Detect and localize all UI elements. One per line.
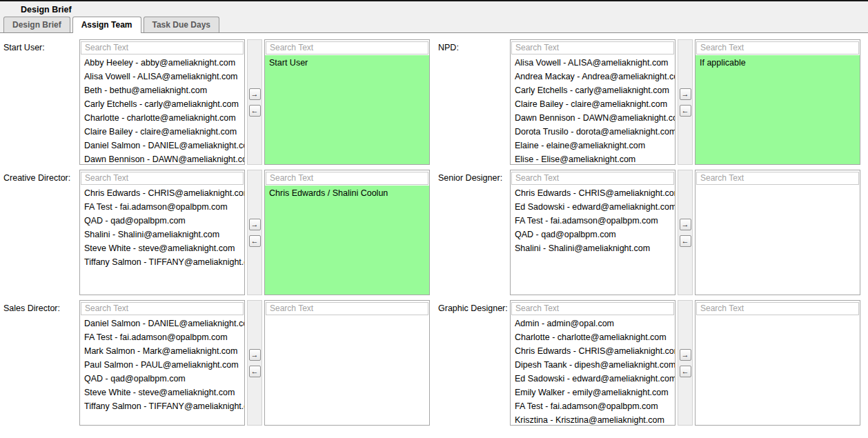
list-item[interactable]: Dipesh Taank - dipesh@ameliaknight.com (511, 358, 675, 372)
move-left-button[interactable]: ← (249, 366, 261, 377)
search-wrap (696, 170, 860, 186)
list-item[interactable]: Emily Walker - emily@ameliaknight.com (511, 386, 675, 399)
tab-design-brief[interactable]: Design Brief (3, 17, 70, 32)
search-wrap (265, 301, 429, 316)
move-right-button[interactable]: → (680, 349, 691, 361)
list-item[interactable]: Alisa Vowell - ALISA@ameliaknight.com (80, 70, 244, 83)
search-input[interactable] (696, 41, 859, 54)
search-input[interactable] (81, 172, 244, 185)
available-items: Abby Heeley - abby@ameliaknight.comAlisa… (80, 55, 244, 165)
list-item[interactable]: Shalini - Shalini@ameliaknight.com (80, 228, 244, 241)
page-header: Design Brief (0, 0, 868, 17)
section-senior-designer: Senior Designer:Chris Edwards - CHRIS@am… (438, 170, 860, 295)
list-item[interactable]: QAD - qad@opalbpm.com (80, 214, 244, 228)
move-left-button[interactable]: ← (680, 105, 691, 117)
selected-item[interactable]: Start User (265, 56, 429, 70)
list-item[interactable]: Ed Sadowski - edward@ameliaknight.com (511, 200, 675, 214)
search-wrap (511, 301, 675, 316)
list-item[interactable]: Andrea Mackay - Andrea@ameliaknight.com (511, 70, 675, 83)
search-input[interactable] (511, 172, 674, 185)
list-item[interactable]: Steve White - steve@ameliaknight.com (80, 241, 244, 255)
list-item[interactable]: Carly Etchells - carly@ameliaknight.com (511, 83, 675, 97)
list-item[interactable]: Shalini - Shalini@ameliaknight.com (511, 241, 675, 255)
list-item[interactable]: Dorota Trusilo - dorota@ameliaknight.com (511, 125, 675, 139)
list-item[interactable]: Daniel Salmon - DANIEL@ameliaknight.com (80, 317, 244, 330)
available-items: Admin - admin@opal.comCharlotte - charlo… (511, 316, 675, 426)
list-item[interactable]: FA Test - fai.adamson@opalbpm.com (511, 214, 675, 228)
list-item[interactable]: Daniel Salmon - DANIEL@ameliaknight.com (80, 139, 244, 152)
move-left-button[interactable]: ← (680, 235, 691, 247)
section-label: Creative Director: (3, 170, 79, 295)
search-wrap (696, 301, 860, 316)
search-input[interactable] (81, 41, 244, 54)
list-item[interactable]: Claire Bailey - claire@ameliaknight.com (511, 97, 675, 111)
list-item[interactable]: Beth - bethu@ameliaknight.com (80, 83, 244, 97)
search-input[interactable] (511, 302, 674, 315)
list-item[interactable]: Tiffany Salmon - TIFFANY@ameliaknight.co… (80, 255, 244, 269)
list-item[interactable]: Abby Heeley - abby@ameliaknight.com (80, 56, 244, 70)
selected-item[interactable]: Chris Edwards / Shalini Coolun (265, 186, 429, 201)
list-item[interactable]: FA Test - fai.adamson@opalbpm.com (511, 399, 675, 413)
list-item[interactable]: QAD - qad@opalbpm.com (511, 228, 675, 241)
column-spacer (430, 170, 438, 295)
list-item[interactable]: Krisztina - Krisztina@ameliaknight.com (511, 413, 675, 426)
list-item[interactable]: FA Test - fai.adamson@opalbpm.com (80, 200, 244, 214)
search-input[interactable] (81, 302, 244, 315)
list-item[interactable]: Mark Salmon - Mark@ameliaknight.com (80, 344, 244, 358)
list-item[interactable]: Alisa Vowell - ALISA@ameliaknight.com (511, 56, 675, 70)
move-left-button[interactable]: ← (249, 235, 261, 247)
section-row: Sales Director:Daniel Salmon - DANIEL@am… (3, 300, 868, 426)
section-row: Start User:Abby Heeley - abby@ameliaknig… (3, 39, 868, 165)
available-items: Chris Edwards - CHRIS@ameliaknight.comEd… (511, 186, 675, 295)
list-item[interactable]: Dawn Bennison - DAWN@ameliaknight.com (511, 111, 675, 125)
list-item[interactable]: FA Test - fai.adamson@opalbpm.com (80, 330, 244, 344)
list-item[interactable]: Claire Bailey - claire@ameliaknight.com (80, 125, 244, 139)
list-item[interactable]: Admin - admin@opal.com (511, 317, 675, 330)
section-rows: Start User:Abby Heeley - abby@ameliaknig… (3, 39, 868, 426)
available-items: Daniel Salmon - DANIEL@ameliaknight.comF… (80, 316, 244, 426)
move-right-button[interactable]: → (249, 88, 261, 100)
list-item[interactable]: Dawn Bennison - DAWN@ameliaknight.com (80, 152, 244, 165)
search-input[interactable] (266, 302, 428, 315)
section-label: Graphic Designer: (438, 300, 510, 426)
list-item[interactable]: Carly Etchells - carly@ameliaknight.com (80, 97, 244, 111)
move-left-button[interactable]: ← (249, 105, 261, 117)
search-input[interactable] (266, 172, 428, 185)
list-item[interactable]: QAD - qad@opalbpm.com (80, 372, 244, 386)
list-item[interactable]: Charlotte - charlotte@ameliaknight.com (511, 330, 675, 344)
tab-task-due-days[interactable]: Task Due Days (144, 17, 220, 32)
available-items: Alisa Vowell - ALISA@ameliaknight.comAnd… (511, 55, 675, 165)
search-input[interactable] (266, 41, 428, 54)
transfer-buttons: →← (678, 39, 693, 165)
move-left-button[interactable]: ← (680, 366, 691, 377)
list-item[interactable]: Chris Edwards - CHRIS@ameliaknight.com (511, 186, 675, 200)
list-item[interactable]: Elaine - elaine@ameliaknight.com (511, 139, 675, 152)
move-right-button[interactable]: → (680, 88, 691, 100)
search-input[interactable] (696, 172, 859, 185)
list-item[interactable]: Elise - Elise@ameliaknight.com (511, 152, 675, 165)
search-input[interactable] (511, 41, 674, 54)
available-list: Alisa Vowell - ALISA@ameliaknight.comAnd… (510, 39, 675, 165)
section-label: NPD: (438, 39, 510, 165)
selected-items: Chris Edwards / Shalini Coolun (265, 186, 429, 295)
list-item[interactable]: Paul Salmon - PAUL@ameliaknight.com (80, 358, 244, 372)
assign-team-content: Start User:Abby Heeley - abby@ameliaknig… (0, 33, 868, 426)
list-item[interactable]: Steve White - steve@ameliaknight.com (80, 386, 244, 399)
search-input[interactable] (696, 302, 859, 315)
tab-assign-team[interactable]: Assign Team (72, 17, 141, 33)
list-item[interactable]: Charlotte - charlotte@ameliaknight.com (80, 111, 244, 125)
tab-bar: Design BriefAssign TeamTask Due Days (0, 17, 868, 33)
list-item[interactable]: Ed Sadowski - edward@ameliaknight.com (511, 372, 675, 386)
search-wrap (265, 170, 429, 186)
search-wrap (80, 40, 244, 55)
section-label: Senior Designer: (438, 170, 510, 295)
list-item[interactable]: Chris Edwards - CHRIS@ameliaknight.com (511, 344, 675, 358)
move-right-button[interactable]: → (680, 219, 691, 230)
available-items: Chris Edwards - CHRIS@ameliaknight.comFA… (80, 186, 244, 295)
list-item[interactable]: Tiffany Salmon - TIFFANY@ameliaknight.co… (80, 399, 244, 413)
selected-items (265, 316, 429, 426)
move-right-button[interactable]: → (249, 219, 261, 230)
selected-item[interactable]: If applicable (696, 56, 860, 70)
move-right-button[interactable]: → (249, 349, 261, 361)
list-item[interactable]: Chris Edwards - CHRIS@ameliaknight.com (80, 186, 244, 200)
